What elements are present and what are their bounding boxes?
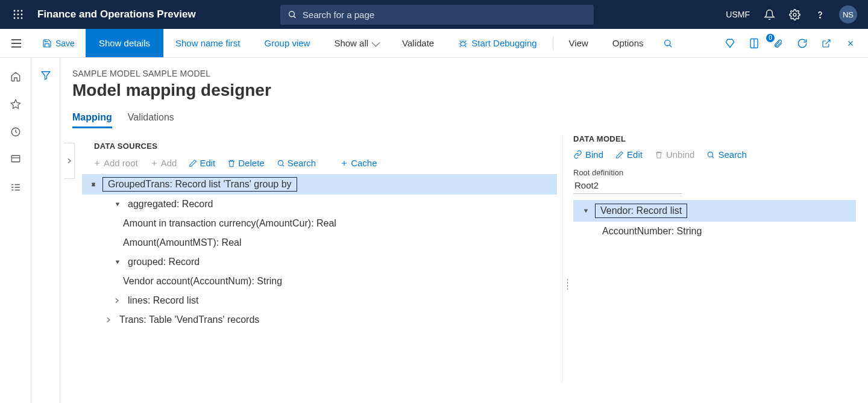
waffle-icon[interactable]	[10, 6, 27, 23]
top-navbar: Finance and Operations Preview USMF NS	[0, 0, 868, 29]
close-icon[interactable]	[844, 37, 857, 50]
refresh-icon[interactable]	[796, 37, 809, 50]
company-picker[interactable]: USMF	[726, 8, 750, 20]
tree-node[interactable]: Trans: Table 'VendTrans' records	[82, 310, 562, 330]
hamburger-icon[interactable]	[10, 37, 23, 50]
bell-icon[interactable]	[763, 8, 775, 20]
search-bar[interactable]	[280, 5, 594, 25]
command-bar: Save Show details Show name first Group …	[0, 29, 868, 58]
home-icon[interactable]	[9, 70, 22, 83]
pane-icon[interactable]	[747, 37, 761, 50]
validate-button[interactable]: Validate	[390, 29, 446, 57]
modules-icon[interactable]	[9, 181, 22, 194]
tree-node[interactable]: aggregated: Record	[82, 195, 562, 214]
ds-selected-row[interactable]: GroupedTrans: Record list 'Trans' group …	[82, 174, 557, 195]
dm-search-button[interactable]: Search	[706, 149, 747, 160]
add-root-button: Add root	[93, 158, 138, 168]
tree-node[interactable]: Vendor account(AccountNum): String	[82, 272, 562, 291]
add-button: Add	[150, 158, 177, 168]
separator	[553, 36, 553, 51]
dm-edit-button[interactable]: Edit	[615, 149, 643, 160]
ds-selected-label: GroupedTrans: Record list 'Trans' group …	[102, 177, 297, 192]
main-content: SAMPLE MODEL SAMPLE MODEL Model mapping …	[60, 58, 868, 403]
svg-point-9	[289, 11, 294, 17]
svg-rect-16	[11, 155, 20, 162]
filter-icon[interactable]	[40, 70, 51, 403]
chevron-down-icon	[371, 38, 380, 46]
svg-point-7	[17, 17, 19, 19]
group-view-button[interactable]: Group view	[253, 29, 322, 57]
data-model-panel: DATA MODEL Bind Edit Unbind	[567, 134, 860, 383]
svg-point-11	[819, 17, 820, 17]
left-rail	[0, 58, 31, 403]
workspace-icon[interactable]	[9, 153, 22, 166]
show-all-dropdown[interactable]: Show all	[322, 29, 390, 57]
bind-button[interactable]: Bind	[573, 149, 603, 160]
split-handle[interactable]	[564, 279, 571, 291]
page-title: Model mapping designer	[72, 81, 860, 100]
tree-node[interactable]: Amount in transaction currency(AmountCur…	[82, 214, 562, 233]
svg-point-13	[664, 40, 670, 45]
cache-button[interactable]: Cache	[340, 158, 377, 168]
ds-search-button[interactable]: Search	[277, 158, 316, 168]
root-definition-value[interactable]: Root2	[573, 178, 682, 194]
svg-point-17	[278, 160, 283, 165]
svg-point-0	[14, 10, 16, 12]
gear-icon[interactable]	[788, 8, 800, 20]
datasource-types-expander[interactable]	[64, 143, 75, 179]
edit-button[interactable]: Edit	[189, 158, 215, 168]
tree-node[interactable]: lines: Record list	[82, 291, 562, 310]
app-title: Finance and Operations Preview	[37, 8, 196, 20]
svg-point-2	[21, 10, 23, 12]
star-icon[interactable]	[9, 98, 22, 111]
dm-toolbar: Bind Edit Unbind Search	[573, 149, 860, 160]
popup-icon[interactable]	[820, 37, 833, 50]
save-button[interactable]: Save	[31, 29, 86, 57]
avatar[interactable]: NS	[839, 5, 857, 23]
view-menu[interactable]: View	[557, 29, 600, 57]
data-model-header: DATA MODEL	[573, 134, 860, 143]
start-debugging-button[interactable]: Start Debugging	[446, 29, 549, 57]
find-icon[interactable]	[656, 29, 680, 57]
delete-button[interactable]: Delete	[227, 158, 264, 168]
svg-point-18	[708, 152, 713, 157]
svg-point-6	[14, 17, 16, 19]
svg-point-10	[793, 13, 796, 16]
tree-node[interactable]: grouped: Record	[82, 252, 562, 272]
diamond-icon[interactable]	[723, 37, 737, 50]
svg-point-8	[21, 17, 23, 19]
svg-rect-12	[461, 42, 465, 46]
ds-toolbar: Add root Add Edit Delete	[76, 152, 562, 173]
show-name-first-button[interactable]: Show name first	[163, 29, 253, 57]
filter-column	[31, 58, 60, 403]
svg-point-4	[17, 14, 19, 16]
show-details-button[interactable]: Show details	[86, 29, 163, 57]
ds-tree: GroupedTrans: Record list 'Trans' group …	[76, 174, 562, 330]
breadcrumb: SAMPLE MODEL SAMPLE MODEL	[72, 69, 860, 78]
root-definition-label: Root definition	[573, 168, 860, 177]
help-icon[interactable]	[814, 8, 826, 20]
svg-point-5	[21, 14, 23, 16]
svg-point-3	[14, 14, 16, 16]
data-sources-header: DATA SOURCES	[76, 134, 562, 152]
dm-selected-label: Vendor: Record list	[595, 204, 687, 218]
attachments-icon[interactable]: 0	[772, 37, 785, 50]
tabs: Mapping Validations	[72, 112, 860, 128]
badge: 0	[766, 34, 775, 42]
recent-icon[interactable]	[9, 125, 22, 139]
search-input[interactable]	[303, 10, 587, 20]
unbind-button: Unbind	[655, 149, 695, 160]
tab-mapping[interactable]: Mapping	[72, 112, 112, 128]
tab-validations[interactable]: Validations	[128, 112, 174, 128]
svg-point-1	[17, 10, 19, 12]
data-sources-panel: DATA SOURCES Add root Add Edit	[72, 134, 562, 383]
dm-selected-row[interactable]: Vendor: Record list	[573, 200, 856, 222]
collapse-icon[interactable]	[90, 181, 96, 187]
tree-node[interactable]: Amount(AmountMST): Real	[82, 233, 562, 252]
dm-tree-node[interactable]: AccountNumber: String	[573, 222, 860, 241]
save-label: Save	[55, 39, 75, 48]
collapse-icon[interactable]	[583, 208, 589, 214]
options-menu[interactable]: Options	[600, 29, 656, 57]
